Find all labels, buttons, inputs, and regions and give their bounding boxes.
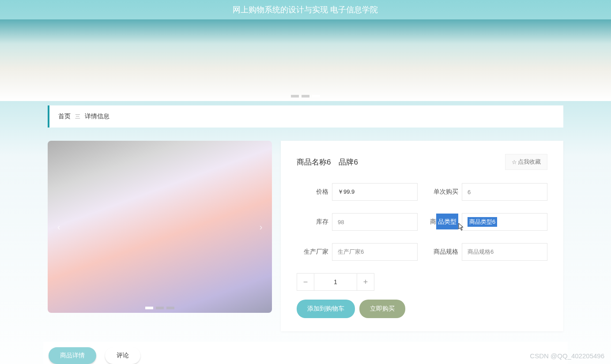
title-row: 商品名称6 品牌6 ☆ 点我收藏 [297,154,547,170]
watermark-text: CSDN @QQ_402205496 [530,352,604,360]
single-buy-label: 单次购买 [426,188,458,196]
tabs-bar: 商品详情 评论 [43,342,568,364]
header-title: 网上购物系统的设计与实现 电子信息学院 [0,0,611,19]
breadcrumb-sep-icon: 三 [75,113,80,120]
quantity-stepper: − 1 + [297,273,547,291]
banner-dot[interactable] [302,95,309,98]
type-value: 商品类型6 [462,213,547,231]
single-buy-value: 6 [462,183,547,201]
maker-value: 生产厂家6 [332,243,418,261]
type-label: 商品类型 [426,218,458,226]
banner-dot-active[interactable] [312,95,320,98]
price-value: ￥99.9 [332,183,418,201]
field-price: 价格 ￥99.9 [297,183,418,201]
banner-dot[interactable] [291,95,299,98]
carousel-prev-icon[interactable]: ‹ [52,220,65,233]
field-type: 商品类型 商品类型6 [426,213,547,231]
qty-input[interactable]: 1 [314,273,357,291]
star-icon: ☆ [512,159,517,165]
stock-value: 98 [332,213,418,231]
banner-dots [291,95,320,98]
buy-now-button[interactable]: 立即购买 [359,300,405,318]
qty-decrement-button[interactable]: − [297,273,314,291]
add-to-cart-button[interactable]: 添加到购物车 [297,300,355,318]
title-left: 商品名称6 品牌6 [297,157,358,167]
stock-label: 库存 [297,218,328,226]
product-carousel: ‹ › [48,141,272,313]
field-stock: 库存 98 [297,213,418,231]
carousel-dot-active[interactable] [145,307,153,309]
price-label: 价格 [297,188,328,196]
carousel-dot[interactable] [166,307,174,309]
tab-detail[interactable]: 商品详情 [49,347,96,364]
field-spec: 商品规格 商品规格6 [426,243,547,261]
fields-grid: 价格 ￥99.9 单次购买 6 库存 98 商品类型 商品类型6 生产厂家 生产… [297,183,547,261]
product-info-panel: 商品名称6 品牌6 ☆ 点我收藏 价格 ￥99.9 单次购买 6 库存 98 [281,141,563,331]
carousel-dots [145,307,174,309]
action-row: 添加到购物车 立即购买 [297,300,547,318]
favorite-label: 点我收藏 [518,158,541,166]
qty-increment-button[interactable]: + [357,273,374,291]
product-detail-row: ‹ › 商品名称6 品牌6 ☆ 点我收藏 价格 ￥99.9 单次购买 [48,141,563,331]
carousel-next-icon[interactable]: › [254,220,268,233]
breadcrumb-home[interactable]: 首页 [58,113,71,120]
breadcrumb: 首页 三 详情信息 [48,105,563,128]
favorite-button[interactable]: ☆ 点我收藏 [505,154,547,170]
field-single-buy: 单次购买 6 [426,183,547,201]
spec-label: 商品规格 [426,248,458,256]
tabs-panel: 商品详情 评论 商品详情6 [43,342,568,364]
product-brand: 品牌6 [339,157,358,167]
tab-comments[interactable]: 评论 [105,347,140,364]
field-maker: 生产厂家 生产厂家6 [297,243,418,261]
maker-label: 生产厂家 [297,248,328,256]
carousel-dot[interactable] [156,307,164,309]
banner-carousel [0,19,611,101]
product-name: 商品名称6 [297,157,331,167]
spec-value: 商品规格6 [462,243,547,261]
breadcrumb-current: 详情信息 [85,113,109,120]
